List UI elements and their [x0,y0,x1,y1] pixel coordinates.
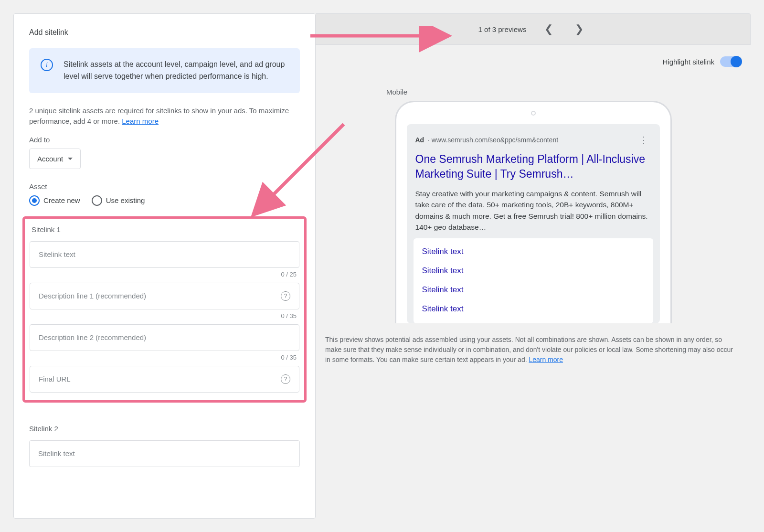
sitelink1-highlight: Sitelink 1 Sitelink text 0 / 25 Descript… [22,216,307,403]
radio-use-existing[interactable]: Use existing [92,195,145,206]
mobile-label: Mobile [386,88,751,96]
sitelink-preview-item[interactable]: Sitelink text [414,299,653,319]
info-icon: i [41,59,53,71]
sitelink-preview-item[interactable]: Sitelink text [414,242,653,261]
phone-camera-icon [531,111,536,116]
description1-input[interactable]: Description line 1 (recommended) ? [30,283,299,309]
description2-input[interactable]: Description line 2 (recommended) [30,324,299,351]
final-url-placeholder: Final URL [39,375,71,383]
sitelink-text-input[interactable]: Sitelink text [30,241,299,268]
ad-headline[interactable]: One Semrush Marketing Platform | All-Inc… [415,152,651,181]
chevron-left-icon[interactable]: ❮ [541,21,557,37]
sitelink-preview-item[interactable]: Sitelink text [414,261,653,280]
sitelink2-title: Sitelink 2 [29,425,300,433]
ad-url-line: Ad · www.semrush.com/seo&ppc/smm&content [415,136,559,144]
ad-badge: Ad [415,136,424,144]
previews-counter: 1 of 3 previews [478,25,527,33]
radio-create-new[interactable]: Create new [29,195,80,206]
sitelink-text-placeholder: Sitelink text [39,250,75,258]
add-to-dropdown[interactable]: Account [29,149,81,169]
sitelink-preview-list: Sitelink text Sitelink text Sitelink tex… [414,238,653,323]
sitelink-preview-item[interactable]: Sitelink text [414,280,653,299]
add-to-value: Account [37,155,63,163]
description2-counter: 0 / 35 [30,354,297,361]
svg-line-1 [253,124,344,215]
help-icon[interactable]: ? [281,374,290,384]
annotation-arrow-icon [306,26,458,55]
radio-create-label: Create new [43,196,80,204]
kebab-menu-icon[interactable]: ⋮ [637,134,651,146]
radio-icon [92,195,102,206]
preview-panel: 1 of 3 previews ❮ ❯ Highlight sitelink M… [316,13,751,519]
annotation-arrow-icon [244,119,349,244]
radio-icon [29,195,40,206]
highlight-sitelink-toggle[interactable] [720,56,741,67]
info-banner: i Sitelink assets at the account level, … [29,48,300,93]
chevron-right-icon[interactable]: ❯ [571,21,587,37]
sitelink2-text-input[interactable]: Sitelink text [29,440,300,467]
ad-url: www.semrush.com/seo&ppc/smm&content [432,136,558,144]
description2-placeholder: Description line 2 (recommended) [39,333,146,341]
highlight-label: Highlight sitelink [663,58,714,66]
phone-frame: Ad · www.semrush.com/seo&ppc/smm&content… [395,101,672,323]
sitelink2-text-placeholder: Sitelink text [38,449,75,458]
info-text: Sitelink assets at the account level, ca… [64,59,288,83]
sitelink-form-panel: Add sitelink i Sitelink assets at the ac… [13,13,316,519]
learn-more-link[interactable]: Learn more [122,117,159,125]
learn-more-link[interactable]: Learn more [529,356,563,363]
chevron-down-icon [68,158,73,160]
help-icon[interactable]: ? [281,291,290,301]
ad-preview-card: Ad · www.semrush.com/seo&ppc/smm&content… [407,124,660,323]
radio-existing-label: Use existing [106,196,145,204]
ad-description: Stay creative with your marketing campai… [415,188,651,233]
description1-counter: 0 / 35 [30,312,297,319]
toggle-knob-icon [731,56,742,67]
sitelink-text-counter: 0 / 25 [30,271,297,278]
final-url-input[interactable]: Final URL ? [30,366,299,393]
preview-disclaimer: This preview shows potential ads assembl… [316,323,751,365]
page-title: Add sitelink [29,28,300,37]
description1-placeholder: Description line 1 (recommended) [39,292,146,300]
